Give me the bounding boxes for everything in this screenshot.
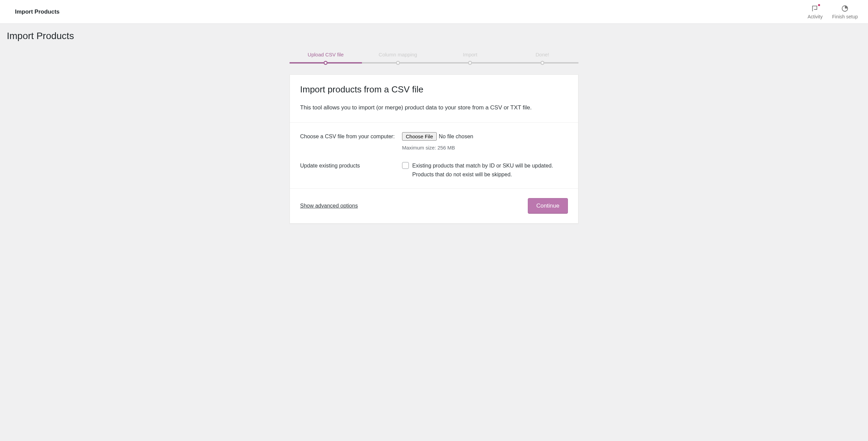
step-upload: Upload CSV file <box>290 52 362 64</box>
step-dot-icon <box>324 61 328 65</box>
notification-dot-icon <box>818 4 820 6</box>
import-container: Upload CSV file Column mapping Import Do… <box>290 52 578 224</box>
page-heading: Import Products <box>7 31 861 41</box>
step-bar <box>506 62 579 64</box>
step-import-label: Import <box>434 52 506 57</box>
finish-setup-button[interactable]: Finish setup <box>832 4 858 19</box>
update-existing-checkbox[interactable] <box>402 162 409 169</box>
update-description: Existing products that match by ID or SK… <box>412 161 568 179</box>
step-dot-icon <box>468 61 472 65</box>
header-title: Import Products <box>15 8 59 15</box>
activity-icon <box>811 4 819 13</box>
step-column-mapping: Column mapping <box>362 52 434 64</box>
step-dot-icon <box>396 61 400 65</box>
activity-label: Activity <box>808 14 822 19</box>
continue-button[interactable]: Continue <box>528 198 568 214</box>
max-size-hint: Maximum size: 256 MB <box>402 145 568 151</box>
file-field: Choose File No file chosen Maximum size:… <box>402 132 568 151</box>
step-import: Import <box>434 52 506 64</box>
step-bar <box>434 62 506 64</box>
progress-steps: Upload CSV file Column mapping Import Do… <box>290 52 578 64</box>
step-done: Done! <box>506 52 579 64</box>
step-bar <box>290 62 362 64</box>
finish-setup-label: Finish setup <box>832 14 858 19</box>
checkbox-row: Existing products that match by ID or SK… <box>402 161 568 179</box>
card-title: Import products from a CSV file <box>300 84 568 95</box>
update-field: Existing products that match by ID or SK… <box>402 161 568 179</box>
step-done-label: Done! <box>506 52 579 57</box>
step-dot-icon <box>540 61 544 65</box>
top-header: Import Products Activity Finish setup <box>0 0 868 24</box>
step-bar <box>362 62 434 64</box>
choose-file-button[interactable]: Choose File <box>402 132 437 141</box>
file-row: Choose a CSV file from your computer: Ch… <box>300 132 568 151</box>
update-row: Update existing products Existing produc… <box>300 161 568 179</box>
step-column-mapping-label: Column mapping <box>362 52 434 57</box>
update-label: Update existing products <box>300 161 402 170</box>
card-description: This tool allows you to import (or merge… <box>300 103 568 112</box>
import-card: Import products from a CSV file This too… <box>290 74 578 224</box>
activity-button[interactable]: Activity <box>808 4 822 19</box>
file-status: No file chosen <box>439 134 473 140</box>
step-upload-label: Upload CSV file <box>290 52 362 57</box>
progress-circle-icon <box>841 4 849 13</box>
content-area: Import Products Upload CSV file Column m… <box>0 24 868 230</box>
file-input-row: Choose File No file chosen <box>402 132 568 141</box>
header-actions: Activity Finish setup <box>808 4 858 19</box>
card-footer: Show advanced options Continue <box>290 189 578 223</box>
card-body: Choose a CSV file from your computer: Ch… <box>290 123 578 189</box>
card-header: Import products from a CSV file This too… <box>290 75 578 123</box>
show-advanced-link[interactable]: Show advanced options <box>300 203 358 209</box>
file-label: Choose a CSV file from your computer: <box>300 132 402 141</box>
